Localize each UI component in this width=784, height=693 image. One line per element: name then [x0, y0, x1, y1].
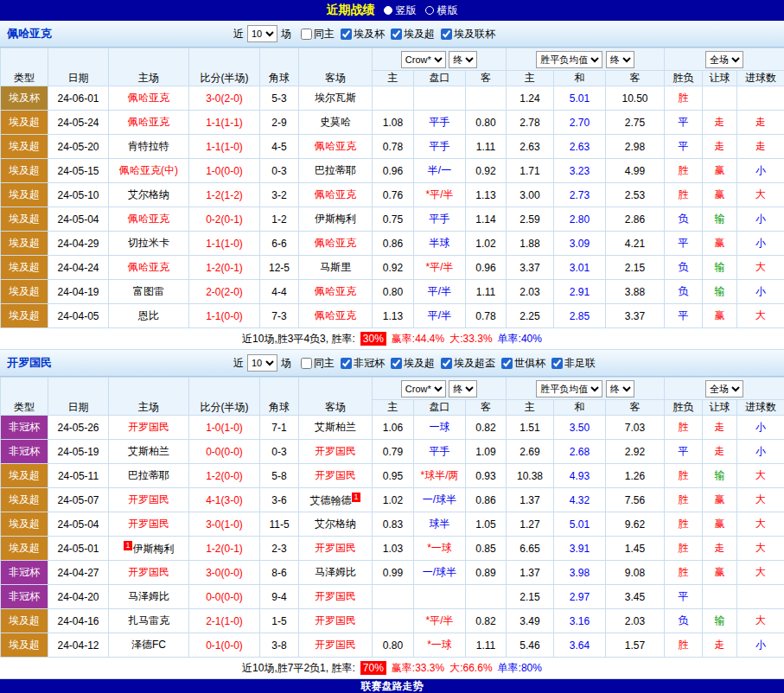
home-team-cell[interactable]: 恩比 [109, 304, 189, 328]
result-cell: 胜 [665, 561, 703, 585]
date-cell: 24-05-20 [48, 135, 109, 159]
avg-draw-cell: 3.98 [554, 561, 606, 585]
corner-cell: 8-6 [260, 561, 299, 585]
avg-final-select-0[interactable]: 终 [606, 51, 634, 68]
away-team-cell[interactable]: 史莫哈 [299, 111, 373, 135]
away-team-cell[interactable]: 开罗国民 [299, 537, 373, 561]
home-team-cell[interactable]: 开罗国民 [109, 561, 189, 585]
subcol-odds-home: 主 [373, 71, 414, 86]
away-team-cell[interactable]: 佩哈亚克 [299, 304, 373, 328]
checkbox-input[interactable] [301, 29, 312, 40]
away-team-cell[interactable]: 佩哈亚克 [299, 232, 373, 256]
away-team-cell[interactable]: 巴拉蒂耶 [299, 159, 373, 183]
home-team-cell[interactable]: 开罗国民 [109, 416, 189, 440]
away-team-cell[interactable]: 佩哈亚克 [299, 280, 373, 304]
handicap-result-cell: 输 [703, 609, 737, 633]
home-team-cell[interactable]: 富图雷 [109, 280, 189, 304]
odds-final-select-0[interactable]: 终 [449, 51, 477, 68]
date-cell: 24-05-15 [48, 159, 109, 183]
filter-checkbox-非足联[interactable]: 非足联 [551, 356, 596, 371]
away-team-cell[interactable]: 艾德翰德1 [299, 488, 373, 512]
filter-checkbox-世俱杯[interactable]: 世俱杯 [501, 356, 545, 371]
date-cell: 24-04-19 [48, 280, 109, 304]
date-cell: 24-05-19 [48, 440, 109, 464]
match-count-select-1[interactable]: 10 [247, 354, 277, 372]
checkbox-input[interactable] [441, 29, 452, 40]
home-team-cell[interactable]: 佩哈亚克 [109, 86, 189, 111]
home-team-cell[interactable]: 开罗国民 [109, 512, 189, 537]
filter-checkbox-埃及杯[interactable]: 埃及杯 [341, 27, 385, 41]
home-team-cell[interactable]: 佩哈亚克(中) [109, 159, 189, 183]
away-team-cell[interactable]: 马泽姆比 [299, 561, 373, 585]
score-cell: 0-0(0-0) [189, 440, 260, 464]
corner-cell: 5-3 [260, 86, 299, 111]
match-row: 埃及超24-05-04开罗国民3-0(1-0)11-5艾尔格纳0.83球半1.0… [1, 512, 784, 537]
home-team-cell[interactable]: 佩哈亚克 [109, 207, 189, 232]
checkbox-input[interactable] [341, 29, 352, 40]
avg-away-cell: 4.21 [606, 232, 665, 256]
score-cell: 1-0(1-0) [189, 416, 260, 440]
away-team-cell[interactable]: 开罗国民 [299, 440, 373, 464]
scope-select-1[interactable]: 全场 [705, 380, 743, 397]
odds-source-select-0[interactable]: Crow* [401, 51, 446, 68]
away-team-cell[interactable]: 佩哈亚克 [299, 183, 373, 207]
filter-checkbox-埃及联杯[interactable]: 埃及联杯 [441, 27, 495, 41]
match-row: 埃及超24-05-011伊斯梅利1-2(0-1)2-3开罗国民1.03*一球0.… [1, 537, 784, 561]
avg-select-0[interactable]: 胜平负均值 [536, 51, 602, 68]
home-odds-cell: 0.83 [373, 512, 414, 537]
match-count-select-0[interactable]: 10 [247, 25, 277, 42]
away-team-cell[interactable]: 开罗国民 [299, 609, 373, 633]
checkbox-input[interactable] [341, 358, 352, 369]
home-team-cell[interactable]: 开罗国民 [109, 488, 189, 512]
home-team-cell[interactable]: 艾斯柏兰 [109, 440, 189, 464]
home-team-cell[interactable]: 艾尔格纳 [109, 183, 189, 207]
corner-cell: 11-5 [260, 512, 299, 537]
home-team-cell[interactable]: 肯特拉特 [109, 135, 189, 159]
home-team-cell[interactable]: 马泽姆比 [109, 585, 189, 609]
filter-checkbox-同主[interactable]: 同主 [301, 356, 335, 371]
odds-source-select-1[interactable]: Crow* [401, 380, 446, 397]
bottom-bar[interactable]: 联赛盘路走势 [0, 679, 784, 693]
odds-final-select-1[interactable]: 终 [449, 380, 477, 397]
away-team-cell[interactable]: 开罗国民 [299, 464, 373, 488]
away-team-cell[interactable]: 伊斯梅利 [299, 207, 373, 232]
away-team-cell[interactable]: 开罗国民 [299, 633, 373, 658]
filter-checkbox-埃及超[interactable]: 埃及超 [391, 27, 435, 41]
checkbox-input[interactable] [551, 358, 563, 369]
away-team-cell[interactable]: 埃尔瓦斯 [299, 86, 373, 111]
filter-checkbox-埃及超[interactable]: 埃及超 [391, 356, 435, 371]
checkbox-input[interactable] [501, 358, 513, 369]
checkbox-input[interactable] [391, 358, 402, 369]
home-team-cell[interactable]: 切拉米卡 [109, 232, 189, 256]
corner-cell: 7-1 [260, 416, 299, 440]
home-team-cell[interactable]: 巴拉蒂耶 [109, 464, 189, 488]
home-team-cell[interactable]: 扎马雷克 [109, 609, 189, 633]
layout-radio-horizontal[interactable]: 横版 [425, 3, 458, 18]
away-team-cell[interactable]: 艾尔格纳 [299, 512, 373, 537]
filter-checkbox-埃及超盃[interactable]: 埃及超盃 [441, 356, 495, 371]
filter-checkbox-同主[interactable]: 同主 [301, 27, 335, 41]
avg-home-cell: 1.37 [507, 488, 554, 512]
home-team-cell[interactable]: 泽德FC [109, 633, 189, 658]
filter-checkbox-非冠杯[interactable]: 非冠杯 [341, 356, 385, 371]
away-odds-cell: 0.78 [466, 304, 507, 328]
away-team-cell[interactable]: 艾斯柏兰 [299, 416, 373, 440]
avg-away-cell: 3.88 [606, 280, 665, 304]
scope-select-0[interactable]: 全场 [705, 51, 743, 68]
layout-radio-vertical[interactable]: 竖版 [384, 3, 417, 18]
date-cell: 24-04-29 [48, 232, 109, 256]
home-team-cell[interactable]: 佩哈亚克 [109, 111, 189, 135]
away-team-cell[interactable]: 佩哈亚克 [299, 135, 373, 159]
checkbox-input[interactable] [391, 29, 402, 40]
corner-cell: 5-8 [260, 464, 299, 488]
avg-final-select-1[interactable]: 终 [606, 380, 634, 397]
checkbox-input[interactable] [441, 358, 452, 369]
avg-select-1[interactable]: 胜平负均值 [536, 380, 602, 397]
home-team-cell[interactable]: 1伊斯梅利 [109, 537, 189, 561]
handicap-cell: 一球 [414, 416, 466, 440]
away-odds-cell: 1.11 [466, 135, 507, 159]
away-team-cell[interactable]: 开罗国民 [299, 585, 373, 609]
home-team-cell[interactable]: 佩哈亚克 [109, 256, 189, 280]
checkbox-input[interactable] [301, 358, 312, 369]
away-team-cell[interactable]: 马斯里 [299, 256, 373, 280]
